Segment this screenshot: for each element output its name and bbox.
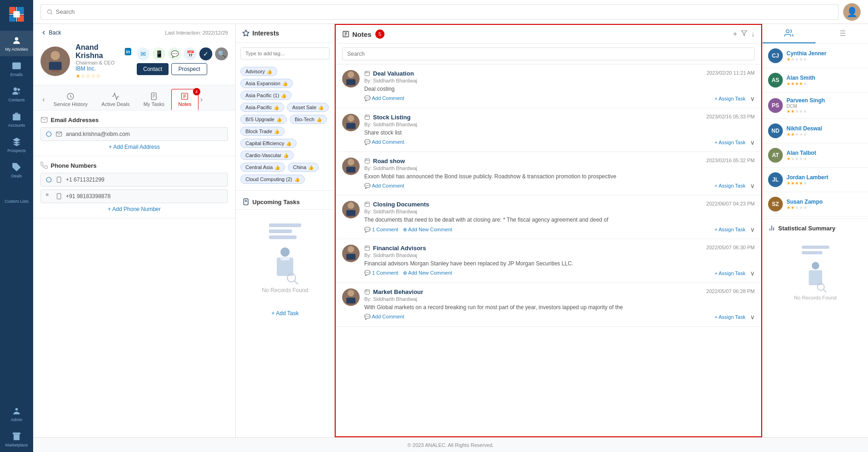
calendar-icon-btn[interactable]: 📅 — [184, 47, 197, 60]
task-icon-btn[interactable]: ✓ — [199, 47, 212, 60]
sidebar-item-myactivities[interactable]: My Activities — [0, 31, 33, 56]
assign-task-link[interactable]: + Assign Task — [715, 227, 746, 232]
no-records-tasks: No Records Found — [236, 210, 334, 307]
add-comment-link[interactable]: ⊕ Add New Comment — [403, 270, 452, 276]
sidebar-item-customlists[interactable]: Custom Lists — [0, 183, 33, 208]
assign-task-link[interactable]: + Assign Task — [715, 96, 746, 101]
add-email-link[interactable]: + Add Email Address — [41, 144, 228, 150]
note-date: 2023/02/16 05:32 PM — [706, 158, 755, 163]
note-title: Market Behaviour — [373, 288, 423, 295]
tab-my-tasks[interactable]: My Tasks — [136, 89, 171, 110]
notes-add-icon[interactable]: + — [733, 30, 737, 38]
tag-input[interactable] — [240, 47, 330, 59]
add-comment-link[interactable]: 💬 Add Comment — [364, 95, 404, 101]
note-expand-icon[interactable]: ∨ — [750, 182, 755, 189]
svg-rect-80 — [346, 210, 355, 216]
interest-tag[interactable]: Bio-Tech👍 — [290, 115, 327, 124]
search-input[interactable] — [56, 8, 833, 15]
assign-task-link[interactable]: + Assign Task — [715, 140, 746, 145]
note-expand-icon[interactable]: ∨ — [750, 95, 755, 102]
note-author-avatar — [342, 70, 360, 88]
right-tab-team[interactable] — [763, 24, 816, 43]
notes-search-input[interactable] — [342, 47, 755, 60]
note-expand-icon[interactable]: ∨ — [750, 226, 755, 233]
right-contact-item[interactable]: ND Nikhil Deswal ★★★★★ — [763, 119, 868, 143]
tabs-left-chevron[interactable]: ‹ — [41, 94, 47, 106]
contact-avatar — [41, 47, 70, 76]
mini-contact-rating: ★★★★★ — [786, 181, 862, 186]
comment-count[interactable]: 💬 1 Comment — [364, 227, 398, 233]
interest-tag[interactable]: Asset Sale👍 — [287, 103, 329, 112]
interest-tag[interactable]: Block Trade👍 — [240, 127, 285, 136]
interest-tag[interactable]: China👍 — [288, 163, 319, 172]
add-comment-link[interactable]: ⊕ Add New Comment — [403, 227, 452, 233]
mini-avatar: JL — [768, 172, 783, 187]
sidebar-item-deals[interactable]: Deals — [0, 158, 33, 183]
note-expand-icon[interactable]: ∨ — [750, 139, 755, 146]
interest-tag[interactable]: Asia-Pacific👍 — [240, 103, 284, 112]
email-address: anand.krishna@xibm.com — [66, 131, 130, 137]
contact-button[interactable]: Contact — [137, 63, 169, 75]
svg-rect-11 — [13, 114, 21, 121]
notes-filter-icon[interactable] — [741, 30, 747, 38]
tabs-right-chevron[interactable]: › — [198, 94, 204, 106]
right-tab-list[interactable] — [816, 24, 868, 43]
note-expand-icon[interactable]: ∨ — [750, 270, 755, 277]
right-contact-item[interactable]: CJ Cynthia Jenner ★★★★★ — [763, 44, 868, 68]
stat-no-records-label: No Records Found — [794, 295, 836, 300]
email-icon-btn[interactable]: ✉ — [137, 47, 150, 60]
right-contact-item[interactable]: SZ Susan Zampo ★★★★★ — [763, 192, 868, 217]
svg-rect-92 — [346, 298, 355, 304]
comment-count[interactable]: 💬 1 Comment — [364, 270, 398, 276]
sidebar-item-admin[interactable]: Admin — [0, 401, 33, 427]
interest-tag[interactable]: B/S Upgrade👍 — [240, 115, 287, 124]
linkedin-icon[interactable]: in — [125, 48, 131, 55]
sidebar-item-emails[interactable]: Emails — [0, 56, 33, 82]
app-logo[interactable] — [7, 5, 26, 25]
assign-task-link[interactable]: + Assign Task — [715, 183, 746, 188]
note-content: Stock Listing 2023/02/16 05:33 PM By: Si… — [364, 114, 755, 146]
sidebar-item-marketplace[interactable]: Marketplace — [0, 427, 33, 452]
assign-task-link[interactable]: + Assign Task — [715, 270, 746, 276]
right-contact-item[interactable]: JL Jordan Lambert ★★★★★ — [763, 168, 868, 192]
mini-contact-name: Susan Zampo — [786, 199, 862, 205]
interest-tag[interactable]: Asia Pacific (1)👍 — [240, 91, 291, 100]
interest-tag[interactable]: Advisory👍 — [240, 67, 277, 76]
add-phone-link[interactable]: + Add Phone Number — [41, 206, 228, 212]
add-comment-link[interactable]: 💬 Add Comment — [364, 314, 404, 320]
search-icon-btn[interactable]: 🔍 — [215, 47, 228, 60]
add-task-link[interactable]: + Add Task — [236, 310, 334, 322]
svg-rect-44 — [57, 194, 61, 199]
phone-section: Phone Numbers +1 6711321299 +91 98183398… — [33, 156, 235, 218]
phone-icon-btn[interactable]: 📱 — [152, 47, 165, 60]
sidebar-item-contacts[interactable]: Contacts — [0, 82, 33, 107]
prospect-button[interactable]: Prospect — [171, 63, 207, 75]
user-avatar[interactable]: 👤 — [843, 3, 861, 21]
interest-tag[interactable]: Cloud Computing (2)👍 — [240, 175, 305, 184]
note-expand-icon[interactable]: ∨ — [750, 313, 755, 321]
sidebar-item-prospects[interactable]: Prospects — [0, 132, 33, 158]
search-bar[interactable] — [41, 4, 839, 20]
add-comment-link[interactable]: 💬 Add Comment — [364, 139, 404, 145]
right-contact-item[interactable]: AS Alan Smith ★★★★★ — [763, 68, 868, 93]
mini-avatar: AS — [768, 73, 783, 88]
svg-point-72 — [348, 158, 354, 165]
interest-tag[interactable]: Central Asia👍 — [240, 163, 285, 172]
add-comment-link[interactable]: 💬 Add Comment — [364, 183, 404, 189]
interest-tag[interactable]: Capital Efficiency👍 — [240, 139, 297, 148]
contact-company[interactable]: IBM Inc. — [76, 65, 131, 72]
notes-sort-icon[interactable]: ↓ — [751, 30, 755, 38]
right-contact-item[interactable]: PS Parveen Singh DCM ★★★★★ — [763, 93, 868, 119]
interest-tag[interactable]: Cardio-Vascular👍 — [240, 151, 294, 160]
tab-active-deals[interactable]: Active Deals — [94, 89, 136, 110]
note-item: Stock Listing 2023/02/16 05:33 PM By: Si… — [336, 108, 761, 152]
assign-task-link[interactable]: + Assign Task — [715, 314, 746, 320]
sidebar-item-accounts[interactable]: Accounts — [0, 107, 33, 132]
right-contact-item[interactable]: AT Alan Talbot ★★★★★ — [763, 143, 868, 168]
svg-rect-41 — [57, 177, 61, 182]
chat-icon-btn[interactable]: 💬 — [168, 47, 181, 60]
tab-service-history[interactable]: Service History — [47, 89, 94, 110]
interest-tag[interactable]: Asia Expansion👍 — [240, 79, 293, 88]
tab-notes[interactable]: Notes 4 — [171, 89, 198, 110]
back-button[interactable]: Back — [41, 29, 61, 36]
